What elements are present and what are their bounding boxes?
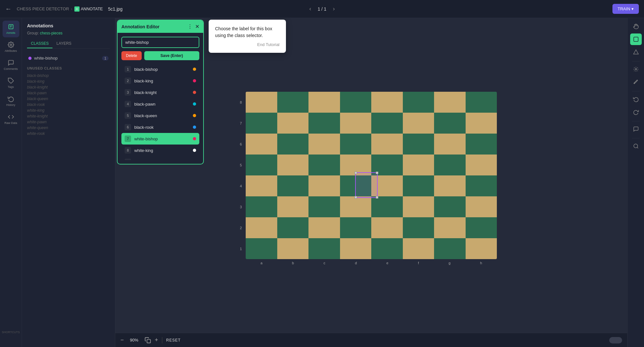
shortcuts-button[interactable]: SHORTCUTS (3, 324, 19, 341)
next-button[interactable]: › (330, 4, 337, 14)
class-name: white-bishop (34, 56, 102, 61)
unused-class-item[interactable]: white-queen (27, 125, 110, 131)
comments-icon (8, 60, 14, 66)
class-list-item[interactable]: 3black-knight (121, 87, 199, 98)
theme-toggle[interactable] (609, 337, 622, 343)
class-list-item[interactable]: 8white-king (121, 145, 199, 156)
ai-tool[interactable] (630, 63, 642, 75)
polygon-tool[interactable] (630, 46, 642, 58)
unused-class-item[interactable]: white-king (27, 108, 110, 113)
unused-class-item[interactable]: white-pawn (27, 119, 110, 125)
chess-cell (434, 92, 466, 113)
class-list-item[interactable]: 9white-knight (121, 156, 199, 160)
annotation-handle-tl[interactable] (355, 172, 357, 174)
group-name: chess-pieces (40, 31, 62, 35)
sidebar-item-tags[interactable]: Tags (3, 75, 19, 91)
chess-cell (434, 217, 466, 238)
redo-icon (633, 109, 639, 115)
topbar-center: ‹ 1 / 1 › (307, 4, 337, 14)
annotation-handle-bl[interactable] (355, 196, 357, 199)
center-area: Choose the label for this box using the … (115, 18, 627, 347)
breadcrumb-project[interactable]: CHESS PIECE DETECTOR (17, 6, 69, 11)
unused-class-item[interactable]: black-queen (27, 96, 110, 102)
chess-cell (403, 238, 434, 259)
chess-cell (403, 113, 434, 134)
chess-cell (466, 92, 497, 113)
chess-cell (434, 134, 466, 155)
unused-class-item[interactable]: black-pawn (27, 90, 110, 96)
svg-point-8 (635, 69, 637, 70)
class-input[interactable] (121, 37, 199, 48)
unused-class-item[interactable]: black-king (27, 79, 110, 84)
tooltip-end-button[interactable]: End Tutorial (215, 42, 279, 47)
prev-button[interactable]: ‹ (307, 4, 314, 14)
sidebar-item-annots-label: Annots (6, 31, 15, 34)
annotation-handle-tr[interactable] (376, 172, 378, 174)
chess-cell (403, 175, 434, 196)
svg-rect-6 (634, 37, 638, 42)
brush-tool[interactable] (630, 76, 642, 88)
delete-button[interactable]: Delete (121, 51, 142, 60)
chess-cell (277, 155, 309, 175)
sidebar-item-history[interactable]: History (3, 93, 19, 109)
breadcrumb-action: ⊞ ANNOTATE (74, 6, 103, 12)
tab-layers[interactable]: LAYERS (52, 39, 75, 48)
select-tool[interactable] (630, 33, 642, 45)
comment-tool[interactable] (630, 123, 642, 135)
svg-point-3 (10, 44, 12, 46)
editor-header: Annotation Editor ⋮ ✕ (118, 20, 203, 33)
svg-line-10 (637, 147, 638, 148)
sidebar-item-comments[interactable]: Comments (3, 57, 19, 73)
sidebar-item-rawdata[interactable]: Raw Data (3, 111, 19, 127)
zoom-out-button[interactable]: − (120, 337, 124, 343)
unused-class-item[interactable]: white-knight (27, 113, 110, 119)
save-button[interactable]: Save (Enter) (144, 51, 199, 60)
unused-class-item[interactable]: black-rook (27, 102, 110, 108)
chess-cell (466, 238, 497, 259)
editor-body: Delete Save (Enter) 1black-bishop2black-… (118, 33, 203, 164)
zoom-in-button[interactable]: + (155, 337, 158, 343)
annotation-box[interactable] (355, 172, 378, 198)
tab-classes[interactable]: CLASSES (27, 39, 52, 48)
class-item-white-bishop[interactable]: white-bishop 1 (27, 54, 110, 62)
editor-close-button[interactable]: ✕ (195, 23, 199, 30)
editor-menu-button[interactable]: ⋮ (187, 23, 193, 30)
reset-button[interactable]: RESET (166, 338, 181, 342)
class-list-item[interactable]: 1black-bishop (121, 63, 199, 75)
chess-cell (308, 134, 340, 155)
annotation-handle-br[interactable] (376, 196, 378, 199)
chess-cell (466, 113, 497, 134)
unused-class-item[interactable]: black-knight (27, 84, 110, 90)
chess-cell (466, 155, 497, 175)
copy-icon[interactable] (145, 337, 151, 343)
unused-class-item[interactable]: black-bishop (27, 73, 110, 79)
undo-tool[interactable] (630, 93, 642, 105)
chess-cell (403, 92, 434, 113)
back-button[interactable]: ← (5, 5, 12, 13)
zoom-icon (633, 143, 639, 149)
editor-title: Annotation Editor (121, 24, 159, 29)
class-list-item[interactable]: 7white-bishop (121, 133, 199, 145)
unused-class-item[interactable]: white-rook (27, 131, 110, 136)
chess-board-container: 87654321 abcdefgh (246, 92, 497, 259)
chess-cell (277, 92, 309, 113)
class-list-item[interactable]: 2black-king (121, 75, 199, 87)
redo-tool[interactable] (630, 106, 642, 118)
chess-cell (277, 134, 309, 155)
class-list-item[interactable]: 6black-rook (121, 121, 199, 133)
class-list-item[interactable]: 4black-pawn (121, 98, 199, 110)
sidebar-item-attributes[interactable]: Attributes (3, 39, 19, 55)
sidebar-item-annots[interactable]: Annots (3, 21, 19, 37)
chess-cell (340, 134, 372, 155)
topbar-right: TRAIN ▾ (337, 4, 639, 14)
image-area[interactable]: Choose the label for this box using the … (115, 18, 627, 333)
class-list-item[interactable]: 5black-queen (121, 110, 199, 121)
board-coords-left: 87654321 (240, 92, 242, 259)
zoom-tool[interactable] (630, 140, 642, 152)
chess-cell (340, 113, 372, 134)
ai-icon (633, 66, 639, 72)
sidebar-item-history-label: History (6, 103, 15, 107)
train-button[interactable]: TRAIN ▾ (612, 4, 639, 14)
pan-tool[interactable] (630, 21, 642, 32)
unused-classes-label: UNUSED CLASSES (27, 66, 110, 70)
